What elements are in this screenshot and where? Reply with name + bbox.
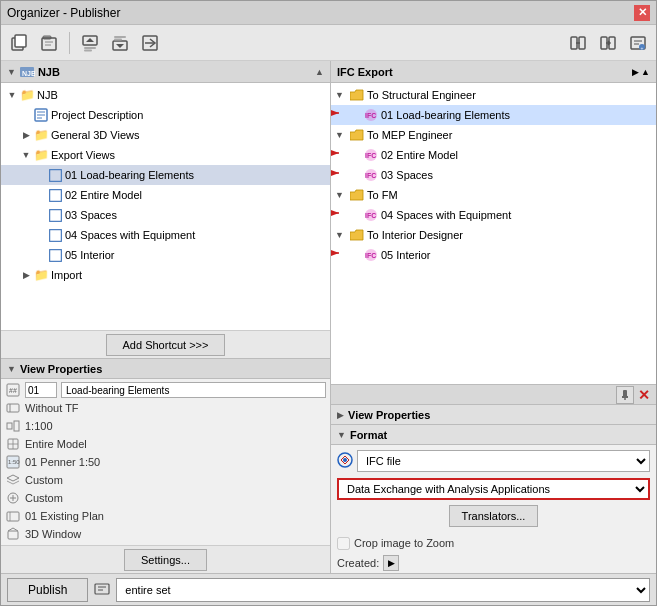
left-properties: ▼ View Properties ## 01 Load-bearing Ele… xyxy=(1,358,330,545)
tree-item-entire-model[interactable]: 02 Entire Model xyxy=(1,185,330,205)
toggle-structural[interactable]: ▼ xyxy=(335,90,349,100)
toggle-general3d[interactable]: ▶ xyxy=(19,128,33,142)
data-exchange-select[interactable]: Data Exchange with Analysis Applications xyxy=(337,478,650,500)
tree-item-import[interactable]: ▶ 📁 Import xyxy=(1,265,330,285)
props-pin-button[interactable] xyxy=(616,386,634,404)
tree-item-general-3d[interactable]: ▶ 📁 General 3D Views xyxy=(1,125,330,145)
tree-item-project-desc[interactable]: Project Description xyxy=(1,105,330,125)
toggle-import[interactable]: ▶ xyxy=(19,268,33,282)
toggle-fm[interactable]: ▼ xyxy=(335,190,349,200)
prop-icon-scale xyxy=(5,418,21,434)
tree-label-em: 02 Entire Model xyxy=(65,189,142,201)
folder-icon-export: 📁 xyxy=(33,147,49,163)
crop-checkbox[interactable] xyxy=(337,537,350,550)
paste-icon xyxy=(40,34,58,52)
ifc-item-spaces[interactable]: IFC 03 Spaces xyxy=(331,165,656,185)
ifc-file-select[interactable]: IFC file xyxy=(357,450,650,472)
translators-button[interactable]: Translators... xyxy=(449,505,539,527)
svg-text:IFC: IFC xyxy=(365,152,376,159)
prop-icon-tf xyxy=(5,400,21,416)
ifc-collapse-btn[interactable]: ▲ xyxy=(641,67,650,77)
export-icon xyxy=(141,34,159,52)
tree-item-spaces-equip[interactable]: 04 Spaces with Equipment xyxy=(1,225,330,245)
prop-icon-penner: 1:50 xyxy=(5,454,21,470)
tree-item-load-bearing[interactable]: 01 Load-bearing Elements xyxy=(1,165,330,185)
move-up-button[interactable] xyxy=(76,29,104,57)
toggle-interior[interactable]: ▼ xyxy=(335,230,349,240)
properties-grid: ## 01 Load-bearing Elements Without TF xyxy=(1,379,330,545)
ifc-file-dropdown-wrapper[interactable]: IFC file xyxy=(357,450,650,472)
tree-item-njb[interactable]: ▼ 📁 NJB xyxy=(1,85,330,105)
ifc-group-mep[interactable]: ▼ To MEP Engineer xyxy=(331,125,656,145)
paste-button[interactable] xyxy=(35,29,63,57)
svg-text:+: + xyxy=(641,45,644,51)
tree-label-njb: NJB xyxy=(37,89,58,101)
left-panel: ▼ NJB NJB ▲ ▼ 📁 NJB xyxy=(1,61,331,573)
view-icon-se xyxy=(47,227,63,243)
folder-icon-3d: 📁 xyxy=(33,127,49,143)
entire-set-select[interactable]: entire set selected set xyxy=(116,578,650,602)
add-shortcut-button[interactable]: Add Shortcut >>> xyxy=(106,334,226,356)
ifc-item-se[interactable]: IFC 04 Spaces with Equipment xyxy=(331,205,656,225)
tree-item-interior[interactable]: 05 Interior xyxy=(1,245,330,265)
ifc-item-lb[interactable]: IFC 01 Load-bearing Elements xyxy=(331,105,656,125)
publish-button[interactable]: Publish xyxy=(7,578,88,602)
ifc-label-interior-group: To Interior Designer xyxy=(367,229,463,241)
props-close-button[interactable]: ✕ xyxy=(638,387,650,403)
prop-label-plan: 01 Existing Plan xyxy=(25,510,104,522)
right-btn-2[interactable] xyxy=(594,29,622,57)
right-icon-3: + xyxy=(629,34,647,52)
entire-set-wrapper[interactable]: entire set selected set xyxy=(116,578,650,602)
ifc-group-structural[interactable]: ▼ To Structural Engineer xyxy=(331,85,656,105)
ifc-view-icon-se: IFC xyxy=(363,207,379,223)
toggle-export[interactable]: ▼ xyxy=(19,148,33,162)
tree-label-in: 05 Interior xyxy=(65,249,115,261)
svg-rect-10 xyxy=(114,36,126,38)
right-top: IFC Export ▶ ▲ ▼ To Struct xyxy=(331,61,656,384)
right-format-arrow: ▼ xyxy=(337,430,346,440)
ifc-tree-area[interactable]: ▼ To Structural Engineer IF xyxy=(331,83,656,384)
svg-text:IFC: IFC xyxy=(365,252,376,259)
tree-label-se: 04 Spaces with Equipment xyxy=(65,229,195,241)
created-arrow-btn[interactable]: ▶ xyxy=(383,555,399,571)
svg-text:IFC: IFC xyxy=(365,112,376,119)
right-btn-3[interactable]: + xyxy=(624,29,652,57)
prop-icon-plan xyxy=(5,508,21,524)
toggle-mep[interactable]: ▼ xyxy=(335,130,349,140)
left-scroll-up[interactable]: ▲ xyxy=(315,67,324,77)
settings-button[interactable]: Settings... xyxy=(124,549,207,571)
left-panel-title: NJB xyxy=(38,66,60,78)
right-vp-label: View Properties xyxy=(348,409,430,421)
right-btn-1[interactable] xyxy=(564,29,592,57)
left-tree[interactable]: ▼ 📁 NJB Project Description ▶ xyxy=(1,83,330,330)
close-button[interactable]: ✕ xyxy=(634,5,650,21)
tree-item-spaces[interactable]: 03 Spaces xyxy=(1,205,330,225)
ifc-export-header: IFC Export ▶ ▲ xyxy=(331,61,656,83)
tree-item-export-views[interactable]: ▼ 📁 Export Views xyxy=(1,145,330,165)
svg-rect-1 xyxy=(15,35,26,47)
move-down-button[interactable] xyxy=(106,29,134,57)
main-content: ▼ NJB NJB ▲ ▼ 📁 NJB xyxy=(1,61,656,573)
copy-button[interactable] xyxy=(5,29,33,57)
ifc-group-fm[interactable]: ▼ To FM xyxy=(331,185,656,205)
svg-rect-3 xyxy=(42,38,56,50)
spacer-se xyxy=(33,228,47,242)
view-icon-proj xyxy=(33,107,49,123)
view-properties-header[interactable]: ▼ View Properties xyxy=(1,359,330,379)
export-button[interactable] xyxy=(136,29,164,57)
ifc-label-mep: To MEP Engineer xyxy=(367,129,452,141)
ifc-expand-btn[interactable]: ▶ xyxy=(632,67,639,77)
ifc-item-em[interactable]: IFC 02 Entire Model xyxy=(331,145,656,165)
right-format-header[interactable]: ▼ Format xyxy=(331,425,656,445)
data-exchange-dropdown-wrapper[interactable]: Data Exchange with Analysis Applications xyxy=(337,478,650,500)
ifc-item-interior[interactable]: IFC 05 Interior xyxy=(331,245,656,265)
left-collapse-btn[interactable]: ▼ xyxy=(7,67,16,77)
svg-point-71 xyxy=(343,458,347,462)
svg-text:##: ## xyxy=(9,387,17,394)
right-format-label: Format xyxy=(350,429,387,441)
prop-row-custom2: Custom xyxy=(5,489,326,507)
svg-rect-11 xyxy=(114,38,122,40)
toggle-njb[interactable]: ▼ xyxy=(5,88,19,102)
right-vp-header[interactable]: ▶ View Properties xyxy=(331,405,656,425)
ifc-group-interior[interactable]: ▼ To Interior Designer xyxy=(331,225,656,245)
